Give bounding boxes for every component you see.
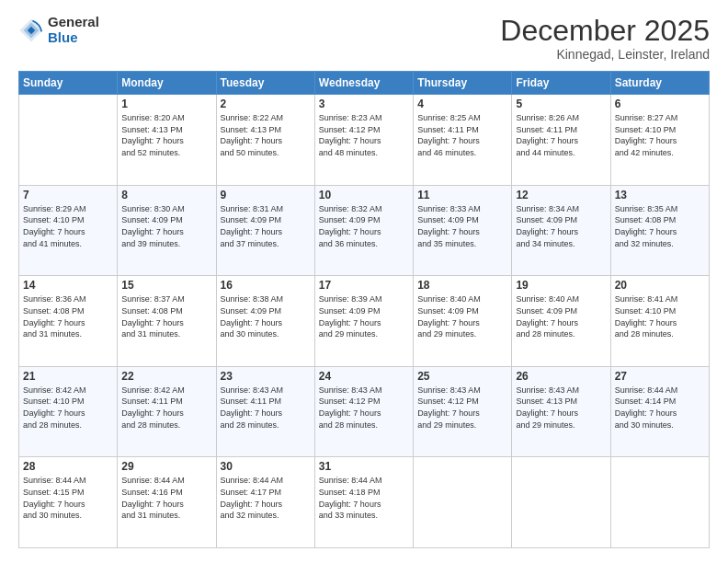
day-info: Sunrise: 8:40 AM Sunset: 4:09 PM Dayligh… [417, 293, 507, 339]
weekday-header-row: SundayMondayTuesdayWednesdayThursdayFrid… [19, 72, 710, 95]
day-info: Sunrise: 8:20 AM Sunset: 4:13 PM Dayligh… [121, 112, 211, 158]
day-info: Sunrise: 8:44 AM Sunset: 4:18 PM Dayligh… [319, 475, 409, 521]
calendar-cell: 6Sunrise: 8:27 AM Sunset: 4:10 PM Daylig… [610, 95, 709, 186]
weekday-header-saturday: Saturday [610, 72, 709, 95]
weekday-header-sunday: Sunday [19, 72, 118, 95]
day-info: Sunrise: 8:43 AM Sunset: 4:12 PM Dayligh… [417, 385, 507, 431]
calendar-cell: 31Sunrise: 8:44 AM Sunset: 4:18 PM Dayli… [314, 457, 413, 548]
header: General Blue December 2025 Kinnegad, Lei… [18, 15, 710, 62]
calendar-cell: 5Sunrise: 8:26 AM Sunset: 4:11 PM Daylig… [512, 95, 610, 186]
calendar-cell: 27Sunrise: 8:44 AM Sunset: 4:14 PM Dayli… [610, 366, 709, 457]
day-info: Sunrise: 8:44 AM Sunset: 4:15 PM Dayligh… [23, 475, 113, 521]
calendar-cell: 16Sunrise: 8:38 AM Sunset: 4:09 PM Dayli… [216, 276, 314, 367]
day-number: 3 [319, 98, 409, 110]
calendar-cell: 2Sunrise: 8:22 AM Sunset: 4:13 PM Daylig… [216, 95, 314, 186]
calendar-cell [512, 457, 610, 548]
weekday-header-monday: Monday [118, 72, 216, 95]
calendar-cell: 12Sunrise: 8:34 AM Sunset: 4:09 PM Dayli… [512, 185, 610, 276]
day-number: 23 [221, 370, 311, 383]
day-number: 17 [319, 279, 409, 292]
day-number: 5 [516, 98, 606, 110]
day-info: Sunrise: 8:29 AM Sunset: 4:10 PM Dayligh… [23, 203, 113, 249]
day-number: 20 [615, 279, 705, 292]
calendar-cell: 18Sunrise: 8:40 AM Sunset: 4:09 PM Dayli… [414, 276, 512, 367]
day-info: Sunrise: 8:25 AM Sunset: 4:11 PM Dayligh… [417, 112, 507, 158]
day-info: Sunrise: 8:39 AM Sunset: 4:09 PM Dayligh… [319, 293, 409, 339]
logo-text: General Blue [48, 15, 99, 45]
logo-general: General [48, 15, 99, 30]
day-info: Sunrise: 8:40 AM Sunset: 4:09 PM Dayligh… [516, 293, 606, 339]
week-row-1: 1Sunrise: 8:20 AM Sunset: 4:13 PM Daylig… [19, 95, 710, 186]
month-title: December 2025 [500, 15, 710, 47]
calendar-cell [610, 457, 709, 548]
day-number: 22 [121, 370, 211, 383]
day-info: Sunrise: 8:31 AM Sunset: 4:09 PM Dayligh… [221, 203, 311, 249]
calendar-cell: 13Sunrise: 8:35 AM Sunset: 4:08 PM Dayli… [610, 185, 709, 276]
day-number: 31 [319, 460, 409, 473]
day-number: 28 [23, 460, 113, 473]
page: General Blue December 2025 Kinnegad, Lei… [0, 0, 728, 563]
calendar-cell: 29Sunrise: 8:44 AM Sunset: 4:16 PM Dayli… [118, 457, 216, 548]
day-number: 26 [516, 370, 606, 383]
day-info: Sunrise: 8:34 AM Sunset: 4:09 PM Dayligh… [516, 203, 606, 249]
day-number: 21 [23, 370, 113, 383]
calendar-cell: 8Sunrise: 8:30 AM Sunset: 4:09 PM Daylig… [118, 185, 216, 276]
calendar-cell [414, 457, 512, 548]
title-block: December 2025 Kinnegad, Leinster, Irelan… [500, 15, 710, 62]
day-number: 29 [121, 460, 211, 473]
day-number: 12 [516, 189, 606, 201]
day-number: 24 [319, 370, 409, 383]
day-number: 1 [121, 98, 211, 110]
day-info: Sunrise: 8:23 AM Sunset: 4:12 PM Dayligh… [319, 112, 409, 158]
location-title: Kinnegad, Leinster, Ireland [500, 47, 710, 62]
day-info: Sunrise: 8:44 AM Sunset: 4:17 PM Dayligh… [221, 475, 311, 521]
day-info: Sunrise: 8:41 AM Sunset: 4:10 PM Dayligh… [615, 293, 705, 339]
weekday-header-wednesday: Wednesday [314, 72, 413, 95]
calendar-cell: 14Sunrise: 8:36 AM Sunset: 4:08 PM Dayli… [19, 276, 118, 367]
calendar-cell: 23Sunrise: 8:43 AM Sunset: 4:11 PM Dayli… [216, 366, 314, 457]
calendar-cell: 28Sunrise: 8:44 AM Sunset: 4:15 PM Dayli… [19, 457, 118, 548]
day-info: Sunrise: 8:44 AM Sunset: 4:14 PM Dayligh… [615, 385, 705, 431]
calendar-cell: 4Sunrise: 8:25 AM Sunset: 4:11 PM Daylig… [414, 95, 512, 186]
day-info: Sunrise: 8:35 AM Sunset: 4:08 PM Dayligh… [615, 203, 705, 249]
day-info: Sunrise: 8:27 AM Sunset: 4:10 PM Dayligh… [615, 112, 705, 158]
day-number: 2 [221, 98, 311, 110]
day-info: Sunrise: 8:30 AM Sunset: 4:09 PM Dayligh… [121, 203, 211, 249]
calendar-cell: 7Sunrise: 8:29 AM Sunset: 4:10 PM Daylig… [19, 185, 118, 276]
calendar-cell: 3Sunrise: 8:23 AM Sunset: 4:12 PM Daylig… [314, 95, 413, 186]
day-info: Sunrise: 8:43 AM Sunset: 4:11 PM Dayligh… [221, 385, 311, 431]
weekday-header-tuesday: Tuesday [216, 72, 314, 95]
week-row-4: 21Sunrise: 8:42 AM Sunset: 4:10 PM Dayli… [19, 366, 710, 457]
day-number: 7 [23, 189, 113, 201]
week-row-5: 28Sunrise: 8:44 AM Sunset: 4:15 PM Dayli… [19, 457, 710, 548]
logo: General Blue [18, 15, 99, 45]
day-info: Sunrise: 8:26 AM Sunset: 4:11 PM Dayligh… [516, 112, 606, 158]
day-number: 25 [417, 370, 507, 383]
day-number: 19 [516, 279, 606, 292]
logo-blue: Blue [48, 30, 99, 46]
calendar-cell: 17Sunrise: 8:39 AM Sunset: 4:09 PM Dayli… [314, 276, 413, 367]
day-info: Sunrise: 8:44 AM Sunset: 4:16 PM Dayligh… [121, 475, 211, 521]
logo-icon [18, 17, 44, 43]
calendar-cell: 30Sunrise: 8:44 AM Sunset: 4:17 PM Dayli… [216, 457, 314, 548]
week-row-3: 14Sunrise: 8:36 AM Sunset: 4:08 PM Dayli… [19, 276, 710, 367]
weekday-header-thursday: Thursday [414, 72, 512, 95]
day-number: 8 [121, 189, 211, 201]
week-row-2: 7Sunrise: 8:29 AM Sunset: 4:10 PM Daylig… [19, 185, 710, 276]
day-number: 13 [615, 189, 705, 201]
calendar-cell: 21Sunrise: 8:42 AM Sunset: 4:10 PM Dayli… [19, 366, 118, 457]
day-info: Sunrise: 8:43 AM Sunset: 4:12 PM Dayligh… [319, 385, 409, 431]
day-number: 14 [23, 279, 113, 292]
day-info: Sunrise: 8:42 AM Sunset: 4:11 PM Dayligh… [121, 385, 211, 431]
day-number: 9 [221, 189, 311, 201]
day-info: Sunrise: 8:32 AM Sunset: 4:09 PM Dayligh… [319, 203, 409, 249]
day-info: Sunrise: 8:36 AM Sunset: 4:08 PM Dayligh… [23, 293, 113, 339]
calendar-cell: 20Sunrise: 8:41 AM Sunset: 4:10 PM Dayli… [610, 276, 709, 367]
day-info: Sunrise: 8:33 AM Sunset: 4:09 PM Dayligh… [417, 203, 507, 249]
calendar-cell: 26Sunrise: 8:43 AM Sunset: 4:13 PM Dayli… [512, 366, 610, 457]
day-number: 18 [417, 279, 507, 292]
calendar-cell: 25Sunrise: 8:43 AM Sunset: 4:12 PM Dayli… [414, 366, 512, 457]
day-number: 27 [615, 370, 705, 383]
calendar-cell: 22Sunrise: 8:42 AM Sunset: 4:11 PM Dayli… [118, 366, 216, 457]
day-number: 30 [221, 460, 311, 473]
